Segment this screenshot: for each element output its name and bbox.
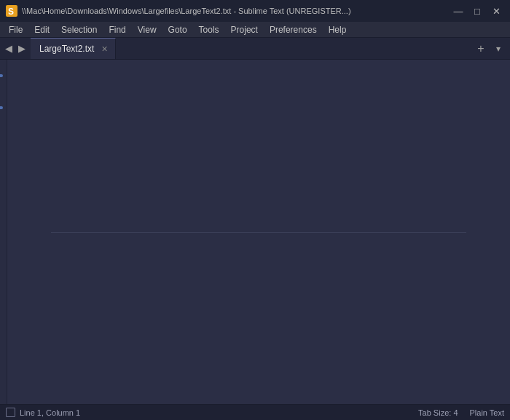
status-bar: Line 1, Column 1 Tab Size: 4 Plain Text — [0, 404, 510, 420]
window-title: \\Mac\Home\Downloads\Windows\Largefiles\… — [22, 7, 351, 15]
status-checkbox[interactable] — [6, 408, 15, 417]
maximize-button[interactable]: □ — [469, 3, 485, 19]
title-bar-left: S \\Mac\Home\Downloads\Windows\Largefile… — [6, 5, 351, 17]
tab-largetext2[interactable]: LargeText2.txt × — [31, 38, 116, 59]
menu-help[interactable]: Help — [323, 22, 353, 37]
gutter — [0, 60, 7, 404]
svg-text:S: S — [8, 7, 14, 17]
app-icon: S — [6, 5, 17, 17]
window-controls: — □ ✕ — [450, 3, 504, 19]
menu-find[interactable]: Find — [103, 22, 131, 37]
menu-bar: File Edit Selection Find View Goto Tools… — [0, 22, 510, 38]
tab-bar-right: + ▾ — [469, 38, 510, 59]
menu-file[interactable]: File — [3, 22, 28, 37]
menu-view[interactable]: View — [132, 22, 162, 37]
tab-bar: ◀ ▶ LargeText2.txt × + ▾ — [0, 38, 510, 60]
gutter-marks — [0, 60, 7, 131]
tab-close-button[interactable]: × — [100, 44, 109, 54]
menu-tools[interactable]: Tools — [193, 22, 225, 37]
editor-area[interactable] — [0, 60, 510, 404]
gutter-mark — [0, 74, 3, 77]
menu-project[interactable]: Project — [225, 22, 264, 37]
tab-nav-back[interactable]: ◀ — [3, 42, 15, 55]
tab-nav-forward[interactable]: ▶ — [16, 42, 28, 55]
menu-goto[interactable]: Goto — [162, 22, 193, 37]
tab-size[interactable]: Tab Size: 4 — [418, 408, 458, 417]
tab-add-button[interactable]: + — [474, 41, 488, 56]
status-right: Tab Size: 4 Plain Text — [418, 408, 504, 417]
minimap-scrollbar-indicator — [51, 232, 466, 233]
menu-preferences[interactable]: Preferences — [264, 22, 323, 37]
tab-label: LargeText2.txt — [39, 44, 94, 54]
menu-selection[interactable]: Selection — [55, 22, 103, 37]
minimize-button[interactable]: — — [450, 3, 466, 19]
tab-nav-left: ◀ ▶ — [0, 38, 31, 59]
cursor-position[interactable]: Line 1, Column 1 — [20, 408, 80, 417]
status-left: Line 1, Column 1 — [6, 408, 80, 417]
title-bar: S \\Mac\Home\Downloads\Windows\Largefile… — [0, 0, 510, 22]
close-button[interactable]: ✕ — [488, 3, 504, 19]
syntax-mode[interactable]: Plain Text — [470, 408, 505, 417]
menu-edit[interactable]: Edit — [28, 22, 55, 37]
editor-content[interactable] — [7, 60, 510, 404]
gutter-mark — [0, 106, 3, 109]
tab-list-button[interactable]: ▾ — [491, 41, 506, 56]
